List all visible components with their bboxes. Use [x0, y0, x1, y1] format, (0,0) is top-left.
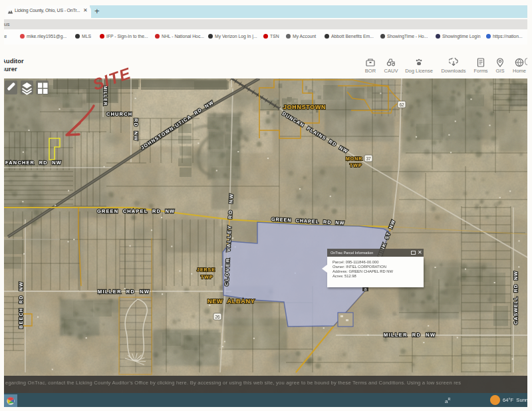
svg-text:JERSE: JERSE — [197, 267, 215, 272]
svg-text:SITE: SITE — [90, 64, 134, 94]
svg-text:BEECH RD NW: BEECH RD NW — [18, 281, 24, 329]
svg-text:26: 26 — [215, 315, 220, 319]
svg-text:egarding OnTrac, contact the L: egarding OnTrac, contact the Licking Cou… — [5, 380, 461, 386]
svg-text:MILLER RD NW: MILLER RD NW — [384, 332, 436, 338]
svg-text:FANCHER RD NW: FANCHER RD NW — [5, 160, 62, 166]
svg-text:TWP: TWP — [350, 163, 362, 168]
svg-text:MILLER RD NW: MILLER RD NW — [98, 289, 150, 295]
svg-text:GREEN CHAPEL RD NW: GREEN CHAPEL RD NW — [97, 208, 175, 214]
svg-text:62: 62 — [399, 102, 404, 107]
svg-text:NEW ALBANY: NEW ALBANY — [207, 298, 255, 305]
svg-text:TWP: TWP — [201, 275, 213, 279]
svg-text:MONR: MONR — [346, 156, 362, 161]
svg-text:JOHNSTOWN: JOHNSTOWN — [283, 104, 326, 110]
svg-text:37: 37 — [366, 156, 371, 161]
svg-text:CASWELL RD NW: CASWELL RD NW — [513, 271, 519, 325]
